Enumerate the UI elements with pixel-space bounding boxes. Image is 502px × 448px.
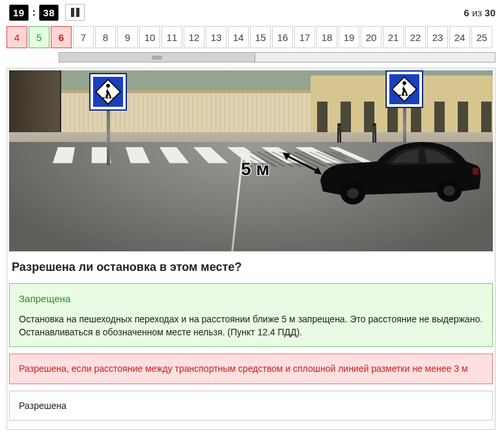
question-nav-item[interactable]: 15 <box>250 26 271 48</box>
question-nav-item[interactable]: 20 <box>361 26 382 48</box>
pedestrian-crossing-sign-icon <box>91 74 126 109</box>
question-nav-item[interactable]: 22 <box>405 26 426 48</box>
question-nav-item[interactable]: 11 <box>161 26 182 48</box>
question-nav-item[interactable]: 16 <box>272 26 293 48</box>
svg-point-12 <box>337 123 341 127</box>
svg-point-7 <box>402 81 406 85</box>
svg-line-20 <box>285 155 319 172</box>
question-image: 5 м <box>9 70 493 251</box>
svg-point-1 <box>106 84 110 88</box>
svg-rect-13 <box>337 127 341 135</box>
question-nav-item[interactable]: 7 <box>73 26 94 48</box>
pause-button[interactable] <box>65 4 85 21</box>
svg-rect-3 <box>106 98 108 99</box>
question-nav-item[interactable]: 8 <box>95 26 116 48</box>
timer-seconds: 38 <box>39 5 59 21</box>
question-nav-item[interactable]: 25 <box>471 26 492 48</box>
svg-rect-11 <box>409 95 410 96</box>
question-text: Разрешена ли остановка в этом месте? <box>9 251 493 283</box>
question-nav-item[interactable]: 9 <box>117 26 138 48</box>
svg-rect-17 <box>372 127 376 135</box>
svg-point-27 <box>443 186 455 196</box>
progress-indicator: 6 из 30 <box>464 7 495 18</box>
dimension-label: 5 м <box>241 159 270 180</box>
answer-option[interactable]: ЗапрещенаОстановка на пешеходных переход… <box>9 283 493 347</box>
question-nav-item[interactable]: 4 <box>7 26 27 48</box>
svg-rect-4 <box>109 98 111 99</box>
question-nav-item[interactable]: 13 <box>206 26 227 48</box>
svg-rect-10 <box>406 95 408 96</box>
answer-option[interactable]: Разрешена <box>9 391 493 421</box>
car-icon <box>315 135 481 207</box>
pause-icon <box>76 8 79 17</box>
question-nav-item[interactable]: 12 <box>184 26 204 48</box>
question-nav-item[interactable]: 24 <box>449 26 470 48</box>
answer-option[interactable]: Разрешена, если расстояние между транспо… <box>9 354 493 384</box>
question-nav-item[interactable]: 5 <box>29 26 49 48</box>
svg-rect-23 <box>473 168 479 175</box>
question-nav-item[interactable]: 14 <box>228 26 249 48</box>
pause-icon <box>71 8 74 17</box>
answer-explanation: Остановка на пешеходных переходах и на р… <box>19 313 483 339</box>
question-nav-item[interactable]: 18 <box>316 26 337 48</box>
timer-colon: : <box>33 7 36 18</box>
answer-title: Разрешена, если расстояние между транспо… <box>19 362 483 375</box>
svg-rect-5 <box>113 98 114 99</box>
question-nav-item[interactable]: 10 <box>139 26 160 48</box>
question-nav: 45678910111213141516171819202122232425 <box>0 25 502 49</box>
svg-point-25 <box>347 188 359 199</box>
svg-rect-2 <box>102 98 104 99</box>
answer-title: Разрешена <box>19 399 483 412</box>
question-nav-item[interactable]: 21 <box>383 26 404 48</box>
question-nav-item[interactable]: 17 <box>294 26 315 48</box>
question-nav-item[interactable]: 19 <box>339 26 359 48</box>
svg-rect-8 <box>398 95 400 96</box>
svg-rect-9 <box>402 95 404 96</box>
scrollbar-thumb[interactable] <box>59 53 255 62</box>
horizontal-scrollbar[interactable] <box>59 52 495 63</box>
pedestrian-crossing-sign-icon <box>387 72 422 107</box>
question-nav-item[interactable]: 6 <box>51 26 72 48</box>
answer-title: Запрещена <box>19 292 483 306</box>
timer-minutes: 19 <box>9 5 29 21</box>
question-nav-item[interactable]: 23 <box>427 26 448 48</box>
svg-point-16 <box>372 123 376 127</box>
